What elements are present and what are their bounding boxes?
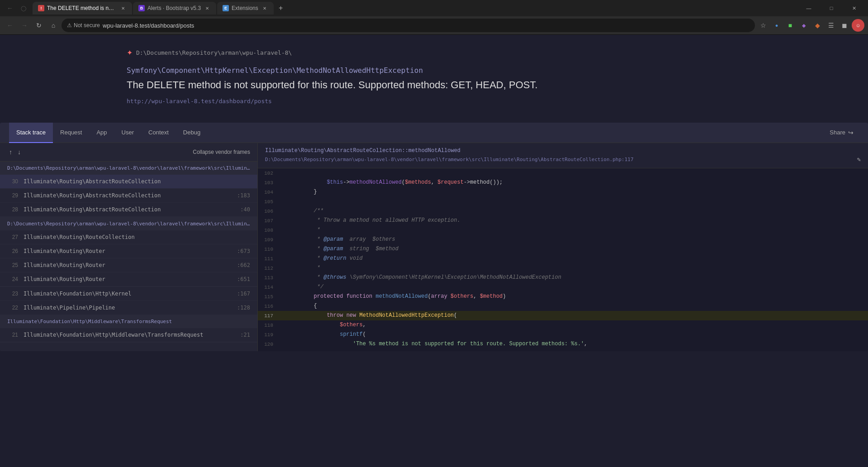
line-code-108: * (280, 225, 868, 234)
new-tab-button[interactable]: + (275, 2, 287, 14)
share-button[interactable]: Share ↪ (824, 125, 859, 140)
frame-item-26[interactable]: 26 Illuminate\Routing\Router :673 (0, 244, 257, 258)
back-button[interactable]: ← (4, 19, 16, 32)
frame-group-2: D:\Documents\Repository\arman\wpu-larave… (0, 217, 257, 287)
code-line-113: 113 * @throws \Symfony\Component\HttpKer… (258, 273, 868, 282)
line-num-115: 115 (258, 292, 280, 301)
extension-icon-1[interactable]: ● (770, 19, 783, 32)
collapse-vendor-button[interactable]: Collapse vendor frames (193, 149, 250, 155)
frame-line-22: :128 (237, 305, 250, 311)
stack-panel: Stack trace Request App User Context Deb… (0, 123, 868, 351)
tab-request[interactable]: Request (53, 123, 89, 143)
page-content: ✦ D:\Documents\Repository\arman\wpu-lara… (0, 35, 868, 467)
line-num-103: 103 (258, 178, 280, 187)
close-button[interactable]: ✕ (844, 0, 864, 16)
tab-close-3[interactable]: ✕ (261, 5, 268, 12)
home-button[interactable]: ⌂ (47, 19, 60, 32)
frame-item-22[interactable]: 22 Illuminate\Pipeline\Pipeline :128 (0, 301, 257, 315)
frame-item-27[interactable]: 27 Illuminate\Routing\RouteCollection (0, 230, 257, 244)
edit-file-button[interactable]: ✎ (857, 156, 861, 163)
code-line-106: 106 /** (258, 206, 868, 216)
frame-up-button[interactable]: ↑ (7, 148, 14, 157)
frame-line-26: :673 (237, 248, 250, 254)
code-line-110: 110 * @param string $method (258, 244, 868, 254)
frame-item-21[interactable]: 21 Illuminate\Foundation\Http\Middleware… (0, 328, 257, 342)
line-num-109: 109 (258, 235, 280, 244)
line-num-105: 105 (258, 197, 280, 206)
frame-item-30[interactable]: 30 Illuminate\Routing\AbstractRouteColle… (0, 175, 257, 189)
code-line-102: 102 (258, 168, 868, 178)
frame-line-21: :21 (240, 332, 250, 338)
extension-icon-5[interactable]: ☰ (825, 19, 837, 32)
frame-item-28[interactable]: 28 Illuminate\Routing\AbstractRouteColle… (0, 203, 257, 217)
frame-item-25[interactable]: 25 Illuminate\Routing\Router :662 (0, 258, 257, 272)
code-line-119: 119 sprintf( (258, 330, 868, 339)
frame-group-3: 23 Illuminate\Foundation\Http\Kernel :16… (0, 287, 257, 343)
code-line-120: 120 'The %s method is not supported for … (258, 339, 868, 349)
code-file: D:\Documents\Repository\arman\wpu-larave… (265, 156, 861, 163)
frame-item-24[interactable]: 24 Illuminate\Routing\Router :651 (0, 272, 257, 286)
forward-button[interactable]: → (18, 19, 31, 32)
code-line-109: 109 * @param array $others (258, 235, 868, 244)
tab-favicon-1: ! (38, 5, 44, 11)
line-code-107: * Throw a method not allowed HTTP except… (280, 216, 868, 225)
browser-tab-3[interactable]: E Extensions ✕ (217, 2, 274, 14)
tab-app[interactable]: App (89, 123, 114, 143)
stack-content: ↑ ↓ Collapse vendor frames D:\Documents\… (0, 143, 868, 351)
reload-button[interactable]: ↻ (33, 19, 45, 32)
minimize-button[interactable]: — (798, 0, 819, 16)
tab-label-1: The DELETE method is not ... (47, 5, 117, 11)
tab-bar-back-btn[interactable]: ← (4, 2, 16, 14)
security-icon: ⚠ (67, 22, 72, 29)
line-code-116: { (280, 301, 868, 310)
tab-context[interactable]: Context (141, 123, 176, 143)
tab-close-1[interactable]: ✕ (119, 5, 127, 12)
maximize-button[interactable]: □ (821, 0, 842, 16)
code-lines: 102 103 $this->methodNotAllowed($methods… (258, 168, 868, 349)
exception-class: Symfony\Component\HttpKernel\Exception\M… (127, 66, 741, 75)
code-line-117: 117 throw new MethodNotAllowedHttpExcept… (258, 311, 868, 320)
frame-class-23: Illuminate\Foundation\Http\Kernel (24, 291, 232, 297)
frame-number-28: 28 (7, 206, 18, 213)
frame-class-24: Illuminate\Routing\Router (24, 276, 232, 282)
frame-number-27: 27 (7, 234, 18, 240)
line-code-118: $others, (280, 320, 868, 329)
tab-close-2[interactable]: ✕ (204, 5, 211, 12)
profile-button[interactable]: ☺ (852, 19, 864, 32)
frame-class-29: Illuminate\Routing\AbstractRouteCollecti… (24, 192, 232, 199)
frames-toolbar: ↑ ↓ Collapse vendor frames (0, 143, 257, 162)
extension-icon-4[interactable]: ◆ (811, 19, 824, 32)
frame-item-23[interactable]: 23 Illuminate\Foundation\Http\Kernel :16… (0, 287, 257, 301)
tab-user[interactable]: User (114, 123, 141, 143)
code-line-118: 118 $others, (258, 320, 868, 330)
sidebar-button[interactable]: ◼ (838, 19, 851, 32)
frame-class-25: Illuminate\Routing\Router (24, 262, 232, 268)
line-code-115: protected function methodNotAllowed(arra… (280, 292, 868, 301)
frame-class-22: Illuminate\Pipeline\Pipeline (24, 305, 232, 311)
code-header: Illuminate\Routing\AbstractRouteCollecti… (258, 143, 868, 168)
frame-number-26: 26 (7, 248, 18, 254)
tab-label-2: Alerts · Bootstrap v5.3 (147, 5, 201, 11)
frame-number-29: 29 (7, 192, 18, 199)
tab-bar-nav-circle[interactable]: ◯ (17, 2, 30, 14)
browser-tab-2[interactable]: B Alerts · Bootstrap v5.3 ✕ (133, 2, 216, 14)
code-line-107: 107 * Throw a method not allowed HTTP ex… (258, 216, 868, 225)
code-class: Illuminate\Routing\AbstractRouteCollecti… (265, 148, 861, 154)
frame-number-22: 22 (7, 305, 18, 311)
frame-line-29: :183 (237, 192, 250, 199)
frames-panel: ↑ ↓ Collapse vendor frames D:\Documents\… (0, 143, 258, 351)
extension-icon-2[interactable]: ■ (784, 19, 797, 32)
tab-debug[interactable]: Debug (176, 123, 208, 143)
tab-label-3: Extensions (232, 5, 258, 11)
frame-class-30: Illuminate\Routing\AbstractRouteCollecti… (24, 178, 245, 185)
frame-item-29[interactable]: 29 Illuminate\Routing\AbstractRouteColle… (0, 189, 257, 203)
tab-stack-trace[interactable]: Stack trace (9, 123, 53, 143)
line-code-106: /** (280, 206, 868, 215)
error-header: ✦ D:\Documents\Repository\arman\wpu-lara… (0, 35, 868, 114)
extension-icon-3[interactable]: ◆ (797, 19, 810, 32)
frame-down-button[interactable]: ↓ (16, 148, 23, 157)
bookmark-button[interactable]: ☆ (757, 19, 769, 32)
url-bar[interactable]: ⚠ Not secure wpu-laravel-8.test/dashboar… (62, 19, 755, 32)
browser-tab-1[interactable]: ! The DELETE method is not ... ✕ (33, 2, 132, 14)
frame-class-21: Illuminate\Foundation\Http\Middleware\Tr… (24, 332, 235, 338)
